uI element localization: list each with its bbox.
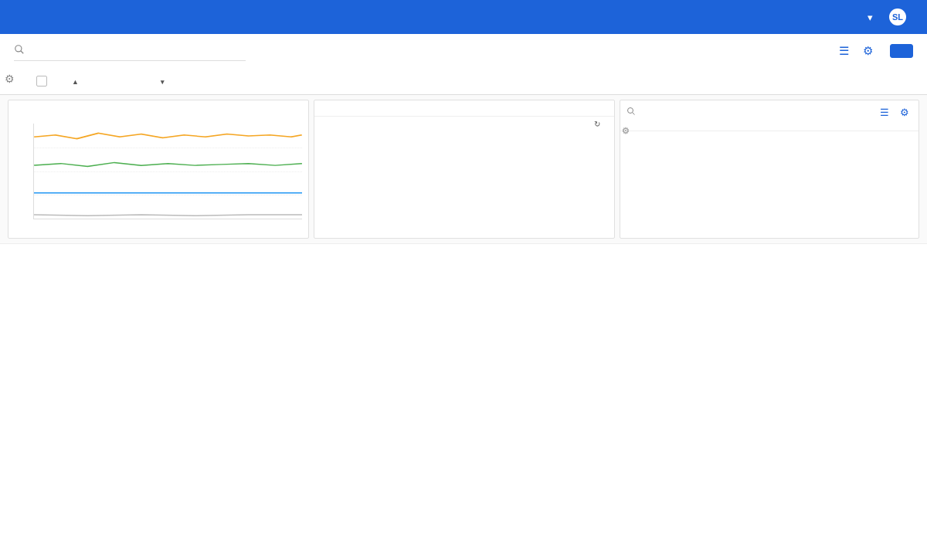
device-detail-panel: ↻ ☰ ⚙ ⚙ [0, 95, 927, 244]
col-ip[interactable]: ▾ [158, 77, 263, 86]
sort-icon: ▾ [161, 78, 165, 86]
vitals-yaxis [13, 120, 30, 222]
table-header: ▲ ▾ [0, 68, 927, 95]
logs-head: ☰ ⚙ [620, 100, 919, 124]
col-device-name[interactable]: ▲ [70, 77, 158, 86]
svg-point-2 [15, 45, 22, 51]
devices-table: ⚙ ▲ ▾ [0, 68, 927, 244]
sort-asc-icon: ▲ [72, 78, 79, 86]
search-input[interactable] [28, 40, 246, 60]
tools-card: ↻ [314, 100, 615, 239]
user-menu[interactable]: ▾ [863, 12, 873, 23]
refresh-icon: ↻ [594, 120, 600, 128]
vitals-card [8, 100, 309, 239]
brand-icon: SL [888, 8, 907, 26]
list-view-icon[interactable]: ☰ [877, 104, 892, 121]
run-again-button[interactable]: ↻ [314, 117, 614, 131]
svg-point-4 [628, 108, 633, 114]
app-header: ▾ SL [0, 0, 927, 34]
logs-search-input[interactable] [640, 108, 872, 117]
svg-line-3 [21, 50, 24, 53]
header-right: ▾ SL [863, 8, 912, 26]
tools-tabs [314, 110, 614, 117]
tools-output [314, 131, 614, 207]
gear-icon[interactable]: ⚙ [897, 104, 912, 121]
brand-logo: SL [888, 8, 912, 26]
search-icon [626, 107, 636, 118]
select-all-checkbox[interactable] [36, 76, 47, 87]
chevron-down-icon: ▾ [868, 12, 873, 23]
logs-gear-icon[interactable]: ⚙ [622, 126, 630, 136]
logs-card: ☰ ⚙ ⚙ [620, 100, 919, 239]
toolbar: ☰ ⚙ [0, 34, 927, 68]
table-gear-icon[interactable]: ⚙ [5, 73, 15, 85]
svg-line-5 [633, 113, 635, 115]
list-view-icon[interactable]: ☰ [836, 41, 852, 61]
vitals-chart [33, 124, 302, 219]
gear-icon[interactable]: ⚙ [860, 41, 876, 61]
search-box[interactable] [14, 40, 246, 61]
vitals-title [8, 100, 308, 110]
svg-text:SL: SL [892, 12, 903, 22]
add-devices-button[interactable] [890, 44, 913, 58]
logs-columns: ⚙ [620, 124, 919, 131]
logs-rows [620, 131, 919, 227]
search-icon [14, 44, 25, 57]
